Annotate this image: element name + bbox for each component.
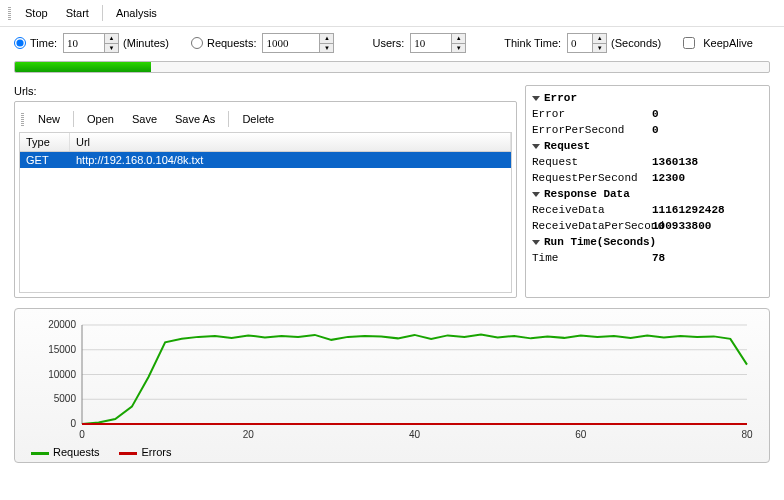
chart-panel: 05000100001500020000020406080 Requests E… — [14, 308, 770, 463]
progress-fill — [15, 62, 151, 72]
chevron-down-icon[interactable] — [532, 144, 540, 149]
svg-text:60: 60 — [575, 429, 587, 440]
keepalive-label: KeepAlive — [703, 37, 753, 49]
stats-error-head: Error — [544, 92, 577, 104]
spin-up-icon[interactable]: ▲ — [452, 34, 465, 44]
stats-response-head: Response Data — [544, 188, 630, 200]
svg-text:0: 0 — [70, 418, 76, 429]
stats-val: 11161292428 — [652, 204, 763, 216]
toolbar-grip — [21, 112, 24, 126]
svg-text:10000: 10000 — [48, 369, 76, 380]
requests-label: Requests: — [207, 37, 257, 49]
col-url[interactable]: Url — [70, 133, 511, 151]
stats-key: RequestPerSecond — [532, 172, 652, 184]
svg-text:15000: 15000 — [48, 344, 76, 355]
think-time-spinner[interactable]: ▲▼ — [567, 33, 607, 53]
svg-text:5000: 5000 — [54, 393, 77, 404]
spin-down-icon[interactable]: ▼ — [320, 44, 333, 53]
stats-val: 0 — [652, 108, 763, 120]
progress-bar — [14, 61, 770, 73]
spin-up-icon[interactable]: ▲ — [593, 34, 606, 44]
svg-text:20: 20 — [243, 429, 255, 440]
stats-key: ReceiveDataPerSecond — [532, 220, 652, 232]
think-time-input[interactable] — [568, 34, 592, 52]
svg-text:0: 0 — [79, 429, 85, 440]
saveas-button[interactable]: Save As — [168, 110, 222, 128]
stats-val: 0 — [652, 124, 763, 136]
stats-val: 100933800 — [652, 220, 763, 232]
users-label: Users: — [372, 37, 404, 49]
stats-val: 78 — [652, 252, 763, 264]
svg-text:40: 40 — [409, 429, 421, 440]
stats-key: Request — [532, 156, 652, 168]
time-radio[interactable] — [14, 37, 26, 49]
cell-url: http://192.168.0.104/8k.txt — [70, 152, 511, 168]
users-input[interactable] — [411, 34, 451, 52]
spin-up-icon[interactable]: ▲ — [320, 34, 333, 44]
col-type[interactable]: Type — [20, 133, 70, 151]
svg-text:20000: 20000 — [48, 319, 76, 330]
legend-requests: Requests — [31, 446, 99, 458]
svg-text:80: 80 — [741, 429, 753, 440]
stats-key: Error — [532, 108, 652, 120]
time-unit: (Minutes) — [123, 37, 169, 49]
chart-legend: Requests Errors — [23, 442, 761, 458]
requests-radio[interactable] — [191, 37, 203, 49]
think-time-unit: (Seconds) — [611, 37, 661, 49]
spin-down-icon[interactable]: ▼ — [593, 44, 606, 53]
spin-up-icon[interactable]: ▲ — [105, 34, 118, 44]
chevron-down-icon[interactable] — [532, 240, 540, 245]
stats-key: ErrorPerSecond — [532, 124, 652, 136]
urls-toolbar: New Open Save Save As Delete — [19, 106, 512, 132]
chevron-down-icon[interactable] — [532, 96, 540, 101]
stats-val: 12300 — [652, 172, 763, 184]
urls-panel: Urls: New Open Save Save As Delete Type … — [14, 85, 517, 298]
chevron-down-icon[interactable] — [532, 192, 540, 197]
analysis-button[interactable]: Analysis — [109, 4, 164, 22]
table-row[interactable]: GET http://192.168.0.104/8k.txt — [20, 152, 511, 168]
start-button[interactable]: Start — [59, 4, 96, 22]
users-spinner[interactable]: ▲▼ — [410, 33, 466, 53]
cell-type: GET — [20, 152, 70, 168]
stats-key: Time — [532, 252, 652, 264]
legend-errors: Errors — [119, 446, 171, 458]
save-button[interactable]: Save — [125, 110, 164, 128]
stats-runtime-head: Run Time(Seconds) — [544, 236, 656, 248]
think-time-label: Think Time: — [504, 37, 561, 49]
main-toolbar: Stop Start Analysis — [0, 0, 784, 27]
time-input[interactable] — [64, 34, 104, 52]
time-spinner[interactable]: ▲▼ — [63, 33, 119, 53]
config-row: Time: ▲▼ (Minutes) Requests: ▲▼ Users: ▲… — [0, 27, 784, 59]
toolbar-grip — [8, 6, 11, 20]
time-label: Time: — [30, 37, 57, 49]
urls-header-row: Type Url — [20, 133, 511, 152]
open-button[interactable]: Open — [80, 110, 121, 128]
stats-panel: Error Error0 ErrorPerSecond0 Request Req… — [525, 85, 770, 298]
urls-table: Type Url GET http://192.168.0.104/8k.txt — [19, 132, 512, 293]
spin-down-icon[interactable]: ▼ — [105, 44, 118, 53]
requests-spinner[interactable]: ▲▼ — [262, 33, 334, 53]
spin-down-icon[interactable]: ▼ — [452, 44, 465, 53]
stats-key: ReceiveData — [532, 204, 652, 216]
requests-input[interactable] — [263, 34, 319, 52]
stats-val: 1360138 — [652, 156, 763, 168]
separator — [102, 5, 103, 21]
keepalive-checkbox[interactable] — [683, 37, 695, 49]
chart-svg: 05000100001500020000020406080 — [23, 317, 761, 442]
urls-section-label: Urls: — [14, 85, 517, 97]
stop-button[interactable]: Stop — [18, 4, 55, 22]
delete-button[interactable]: Delete — [235, 110, 281, 128]
new-button[interactable]: New — [31, 110, 67, 128]
stats-request-head: Request — [544, 140, 590, 152]
